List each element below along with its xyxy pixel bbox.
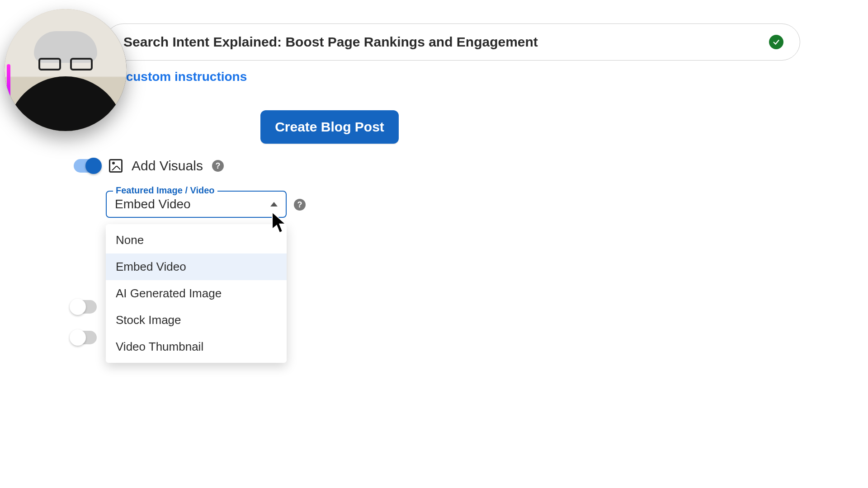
secondary-toggle-2[interactable] bbox=[71, 331, 97, 344]
post-title-field[interactable]: Search Intent Explained: Boost Page Rank… bbox=[105, 23, 800, 61]
post-title-text: Search Intent Explained: Boost Page Rank… bbox=[123, 34, 769, 50]
title-valid-check-icon bbox=[769, 35, 783, 49]
dropdown-option-none[interactable]: None bbox=[106, 227, 287, 253]
add-visuals-toggle[interactable] bbox=[74, 159, 100, 173]
image-icon bbox=[109, 159, 123, 173]
add-visuals-label: Add Visuals bbox=[132, 158, 203, 174]
custom-instructions-link[interactable]: r custom instructions bbox=[118, 70, 247, 84]
featured-media-dropdown[interactable]: Featured Image / Video Embed Video bbox=[106, 191, 287, 218]
add-visuals-help-icon[interactable]: ? bbox=[212, 160, 224, 172]
dropdown-option-ai-image[interactable]: AI Generated Image bbox=[106, 280, 287, 307]
presenter-avatar bbox=[5, 9, 127, 131]
dropdown-option-embed-video[interactable]: Embed Video bbox=[106, 253, 287, 280]
dropdown-option-video-thumbnail[interactable]: Video Thumbnail bbox=[106, 333, 287, 360]
featured-media-help-icon[interactable]: ? bbox=[294, 199, 306, 211]
featured-media-menu: None Embed Video AI Generated Image Stoc… bbox=[106, 224, 287, 363]
dropdown-option-stock-image[interactable]: Stock Image bbox=[106, 307, 287, 333]
secondary-toggle-1[interactable] bbox=[71, 300, 97, 314]
featured-media-value: Embed Video bbox=[115, 197, 270, 211]
featured-media-legend: Featured Image / Video bbox=[113, 185, 217, 196]
chevron-up-icon bbox=[270, 202, 278, 206]
add-visuals-row: Add Visuals ? bbox=[74, 158, 224, 174]
create-blog-post-button[interactable]: Create Blog Post bbox=[260, 110, 399, 144]
